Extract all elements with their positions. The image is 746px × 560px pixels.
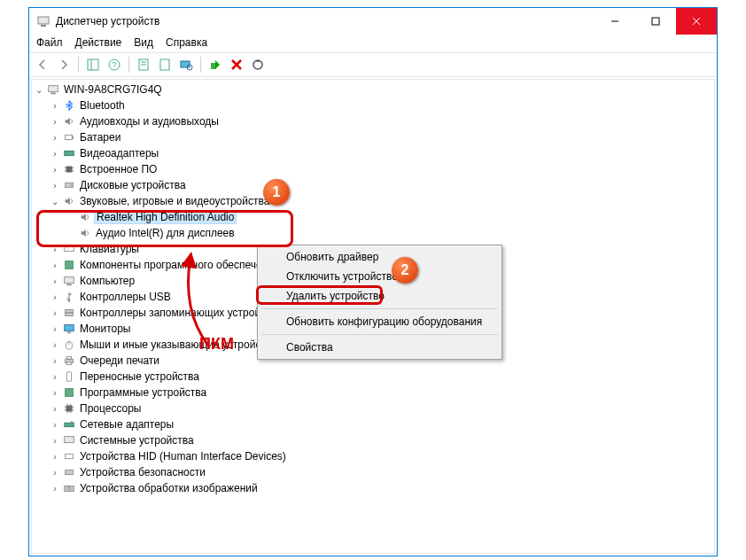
menu-help[interactable]: Справка [166,36,207,51]
tree-item-processors[interactable]: › Процессоры [32,401,714,416]
menu-view[interactable]: Вид [134,36,153,51]
toolbar: ? [29,52,717,77]
back-button[interactable] [33,55,52,74]
component-icon [62,258,76,272]
scan-hardware-button[interactable] [176,55,196,74]
svg-rect-62 [66,454,74,458]
tree-item-intel-audio[interactable]: Аудио Intel(R) для дисплеев [32,225,714,241]
menu-scan-hardware[interactable]: Обновить конфигурацию оборудования [260,312,500,331]
speaker-icon [62,194,76,208]
tree-item-imaging-devices[interactable]: › Устройства обработки изображений [32,480,714,496]
disk-icon [62,178,76,192]
tree-item-label: Мыши и иные указывающие устройства [78,338,279,351]
portable-icon [62,369,76,384]
tree-item-label: Встроенное ПО [78,163,159,175]
expand-icon[interactable]: › [50,452,60,462]
tree-item-label: Звуковые, игровые и видеоустройства [78,195,271,207]
expand-icon[interactable]: › [50,133,60,143]
cpu-icon [62,401,76,416]
svg-rect-13 [160,59,169,70]
forward-button[interactable] [54,55,74,74]
tree-item-network-adapters[interactable]: › Сетевые адаптеры [32,416,714,432]
tree-item-realtek-audio[interactable]: Realtek High Definition Audio [32,209,714,225]
expand-icon[interactable]: › [50,181,60,191]
expand-icon[interactable]: › [50,245,60,254]
svg-rect-24 [65,151,74,155]
mouse-icon [62,338,76,352]
menu-action[interactable]: Действие [75,36,122,51]
expand-icon[interactable]: › [50,101,60,111]
expand-icon[interactable]: › [50,420,60,430]
properties-button[interactable] [134,55,153,74]
svg-rect-60 [71,422,74,424]
expand-icon[interactable]: › [50,308,60,318]
update-driver-button[interactable] [248,55,268,74]
minimize-button[interactable] [594,8,635,35]
tree-item-disk-drives[interactable]: › Дисковые устройства [32,177,714,193]
tree-item-hid[interactable]: › Устройства HID (Human Interface Device… [32,448,714,464]
svg-rect-48 [66,372,71,382]
tree-item-security-devices[interactable]: › Устройства безопасности [32,464,714,480]
expand-icon[interactable]: › [50,356,60,366]
display-adapter-icon [62,146,76,160]
menu-file[interactable]: Файл [36,36,63,51]
tree-item-portable-devices[interactable]: › Переносные устройства [32,369,714,385]
menu-update-driver[interactable]: Обновить драйвер [260,247,500,267]
menu-disable-device[interactable]: Отключить устройство [260,267,500,286]
expand-icon[interactable]: › [50,117,60,127]
speaker-icon [78,210,92,224]
update-button[interactable] [155,55,175,74]
tree-item-bluetooth[interactable]: › Bluetooth [32,97,714,113]
expand-icon[interactable]: › [50,484,60,494]
tree-item-label: Дисковые устройства [78,179,188,191]
maximize-button[interactable] [635,8,676,35]
expand-icon[interactable]: ⌄ [34,85,44,95]
menu-uninstall-device[interactable]: Удалить устройство [260,286,500,306]
close-button[interactable] [676,8,717,35]
app-icon [36,14,51,28]
svg-rect-63 [66,470,74,474]
expand-icon[interactable]: › [50,388,60,398]
storage-icon [62,306,76,320]
enable-button[interactable] [206,55,225,74]
context-menu: Обновить драйвер Отключить устройство Уд… [257,245,502,360]
expand-icon[interactable]: › [50,404,60,414]
computer-icon [46,82,60,97]
tree-item-sound-video-game[interactable]: ⌄ Звуковые, игровые и видеоустройства [32,193,714,209]
help-button[interactable]: ? [105,55,124,74]
collapse-icon[interactable]: ⌄ [50,197,60,206]
svg-rect-37 [66,284,71,286]
tree-item-label: Батареи [78,131,122,144]
svg-rect-61 [65,437,74,443]
show-hide-tree-button[interactable] [83,55,103,74]
tree-item-batteries[interactable]: › Батареи [32,129,714,145]
tree-item-software-devices[interactable]: › Программные устройства [32,385,714,401]
uninstall-button[interactable] [227,55,246,74]
tree-root[interactable]: ⌄ WIN-9A8CRG7IG4Q [32,82,714,97]
tree-item-firmware[interactable]: › Встроенное ПО [32,161,714,177]
expand-icon[interactable]: › [50,340,60,350]
svg-rect-46 [66,357,71,360]
expand-icon[interactable]: › [50,165,60,175]
menu-properties[interactable]: Свойства [260,338,500,357]
expand-icon[interactable]: › [50,468,60,478]
tree-item-label: Компоненты программного обеспечения [78,259,282,271]
hid-icon [62,449,76,463]
expand-icon[interactable]: › [50,261,60,270]
tree-item-label: Очереди печати [78,354,161,367]
expand-icon[interactable]: › [50,324,60,334]
keyboard-icon [62,242,76,256]
svg-rect-39 [66,310,74,314]
svg-rect-23 [73,136,74,138]
svg-rect-50 [66,406,73,412]
expand-icon[interactable]: › [50,372,60,382]
expand-icon[interactable]: › [50,149,60,159]
tree-item-audio-io[interactable]: › Аудиовходы и аудиовыходы [32,113,714,129]
expand-icon[interactable]: › [50,276,60,286]
speaker-icon [78,226,92,240]
expand-icon[interactable]: › [50,292,60,302]
expand-icon[interactable]: › [50,436,60,446]
tree-item-display-adapters[interactable]: › Видеоадаптеры [32,145,714,161]
tree-item-system-devices[interactable]: › Системные устройства [32,432,714,448]
tree-item-label: Переносные устройства [78,370,201,383]
